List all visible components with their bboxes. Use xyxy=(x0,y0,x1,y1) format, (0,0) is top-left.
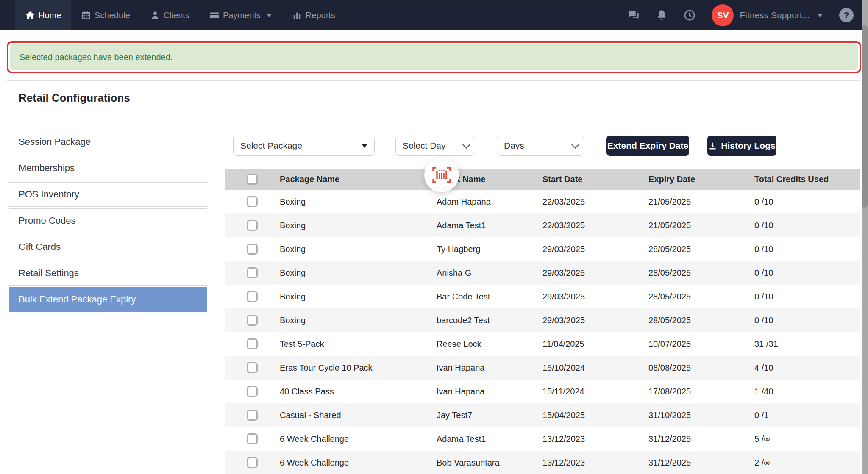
cell-package-name: Eras Tour Cycle 10 Pack xyxy=(280,363,437,373)
chevron-down-icon xyxy=(571,141,579,148)
sidebar-item-pos-inventory[interactable]: POS Inventory xyxy=(9,182,207,207)
sidebar-item-gift-cards[interactable]: Gift Cards xyxy=(9,235,207,259)
nav-label-clients: Clients xyxy=(164,11,189,20)
barcode-scan-button[interactable] xyxy=(424,158,459,192)
page-title-card: Retail Configurations xyxy=(7,80,860,115)
bell-icon[interactable] xyxy=(656,9,668,21)
account-menu[interactable]: SV Fitness Support... xyxy=(712,4,823,26)
cell-start-date: 22/03/2025 xyxy=(542,221,648,230)
home-icon xyxy=(25,11,35,20)
cell-start-date: 13/12/2023 xyxy=(542,458,648,468)
cell-expiry-date: 31/12/2025 xyxy=(648,458,754,468)
cell-client-name: Adama Test1 xyxy=(437,221,542,230)
row-checkbox[interactable] xyxy=(247,244,258,255)
extend-button-label: Extend Expiry Date xyxy=(607,141,688,151)
package-select-value: Select Package xyxy=(240,141,302,151)
navbar-right: SV Fitness Support... ? xyxy=(628,0,854,30)
cell-package-name: 6 Week Challenge xyxy=(280,458,437,468)
nav-item-reports[interactable]: Reports xyxy=(282,0,345,30)
barcode-scan-icon xyxy=(432,167,451,183)
cell-client-name: Jay Test7 xyxy=(437,410,542,420)
select-all-checkbox[interactable] xyxy=(247,174,258,185)
history-logs-button[interactable]: History Logs xyxy=(707,136,776,156)
cell-total-credits-used: 0 /10 xyxy=(754,292,860,302)
filter-bar: Select Package Select Day Days Extend Ex… xyxy=(225,136,860,157)
row-checkbox[interactable] xyxy=(247,362,258,373)
table-row: Boxing Bar Code Test 29/03/2025 28/05/20… xyxy=(225,285,860,308)
row-checkbox[interactable] xyxy=(247,457,258,468)
row-checkbox[interactable] xyxy=(247,338,258,349)
row-checkbox[interactable] xyxy=(247,315,258,326)
sidebar-item-promo-codes[interactable]: Promo Codes xyxy=(9,208,207,233)
success-alert-message: Selected packages have been extended. xyxy=(19,53,172,62)
cell-package-name: Boxing xyxy=(280,197,437,207)
help-icon[interactable]: ? xyxy=(839,8,854,22)
cell-package-name: 6 Week Challenge xyxy=(280,434,437,444)
sidebar-item-bulk-extend-package-expiry[interactable]: Bulk Extend Package Expiry xyxy=(9,287,207,312)
table-row: Boxing Adama Test1 22/03/2025 21/05/2025… xyxy=(225,213,860,237)
cell-package-name: Boxing xyxy=(280,268,437,278)
row-checkbox[interactable] xyxy=(247,386,258,397)
cell-total-credits-used: 2 /∞ xyxy=(754,458,860,468)
nav-item-schedule[interactable]: Schedule xyxy=(71,0,140,30)
cell-client-name: Adam Hapana xyxy=(437,197,542,207)
row-checkbox[interactable] xyxy=(247,410,258,421)
main-nav: Home Schedule Clients Payments Reports xyxy=(0,0,345,30)
cell-start-date: 29/03/2025 xyxy=(542,244,648,254)
chevron-down-icon xyxy=(362,144,367,148)
clock-icon[interactable] xyxy=(684,9,696,21)
scrollbar-thumb[interactable] xyxy=(862,25,868,208)
table-row: Boxing Adam Hapana 22/03/2025 21/05/2025… xyxy=(225,190,860,213)
cell-package-name: Boxing xyxy=(280,292,437,302)
row-checkbox[interactable] xyxy=(247,433,258,444)
cell-expiry-date: 28/05/2025 xyxy=(648,244,754,254)
column-header-start-date: Start Date xyxy=(542,175,648,184)
avatar[interactable]: SV xyxy=(712,4,734,26)
day-select[interactable]: Select Day xyxy=(395,136,475,156)
account-name: Fitness Support... xyxy=(740,10,810,20)
cell-total-credits-used: 0 /1 xyxy=(754,410,860,420)
cell-expiry-date: 28/05/2025 xyxy=(648,292,754,302)
row-checkbox[interactable] xyxy=(247,196,258,207)
nav-label-payments: Payments xyxy=(223,11,261,20)
cell-start-date: 29/03/2025 xyxy=(542,316,648,325)
cell-total-credits-used: 4 /10 xyxy=(754,363,860,373)
app-root: Home Schedule Clients Payments Reports xyxy=(0,0,868,474)
cell-client-name: Anisha G xyxy=(437,268,542,278)
cell-start-date: 29/03/2025 xyxy=(542,268,648,278)
chevron-down-icon xyxy=(462,141,470,148)
days-select[interactable]: Days xyxy=(497,136,584,156)
cell-client-name: Bob Varasuntara xyxy=(437,458,542,468)
page-title: Retail Configurations xyxy=(19,91,130,105)
cell-start-date: 29/03/2025 xyxy=(542,292,648,302)
vertical-scrollbar[interactable] xyxy=(862,0,868,474)
sidebar-item-retail-settings[interactable]: Retail Settings xyxy=(9,261,207,286)
sidebar-item-label: Bulk Extend Package Expiry xyxy=(19,294,136,305)
cell-package-name: Boxing xyxy=(280,244,437,254)
nav-item-home[interactable]: Home xyxy=(15,0,71,30)
cell-total-credits-used: 1 /40 xyxy=(754,387,860,396)
table-row: Eras Tour Cycle 10 Pack Ivan Hapana 15/1… xyxy=(225,356,860,380)
success-alert: Selected packages have been extended. xyxy=(7,41,861,73)
package-select[interactable]: Select Package xyxy=(233,136,375,156)
sidebar-item-memberships[interactable]: Memberships xyxy=(9,156,207,180)
cell-total-credits-used: 0 /10 xyxy=(754,197,860,207)
cell-expiry-date: 21/05/2025 xyxy=(648,197,754,207)
table-body: Boxing Adam Hapana 22/03/2025 21/05/2025… xyxy=(225,190,860,474)
row-checkbox[interactable] xyxy=(247,220,258,231)
chat-icon[interactable] xyxy=(628,9,640,21)
packages-table: Package Name Client Name Start Date Expi… xyxy=(225,169,860,474)
cell-expiry-date: 08/08/2025 xyxy=(648,363,754,373)
row-checkbox[interactable] xyxy=(247,267,258,278)
nav-item-clients[interactable]: Clients xyxy=(140,0,200,30)
nav-item-payments[interactable]: Payments xyxy=(200,0,282,30)
extend-expiry-date-button[interactable]: Extend Expiry Date xyxy=(606,136,689,156)
cell-start-date: 11/04/2025 xyxy=(542,339,648,349)
cell-total-credits-used: 0 /10 xyxy=(754,244,860,254)
sidebar-item-session-package[interactable]: Session Package xyxy=(9,130,207,154)
table-header-row: Package Name Client Name Start Date Expi… xyxy=(225,169,860,190)
row-checkbox[interactable] xyxy=(247,291,258,302)
cell-start-date: 15/04/2025 xyxy=(542,410,648,420)
settings-sidebar: Session Package Memberships POS Inventor… xyxy=(9,130,207,313)
table-row: Boxing Ty Hagberg 29/03/2025 28/05/2025 … xyxy=(225,237,860,261)
